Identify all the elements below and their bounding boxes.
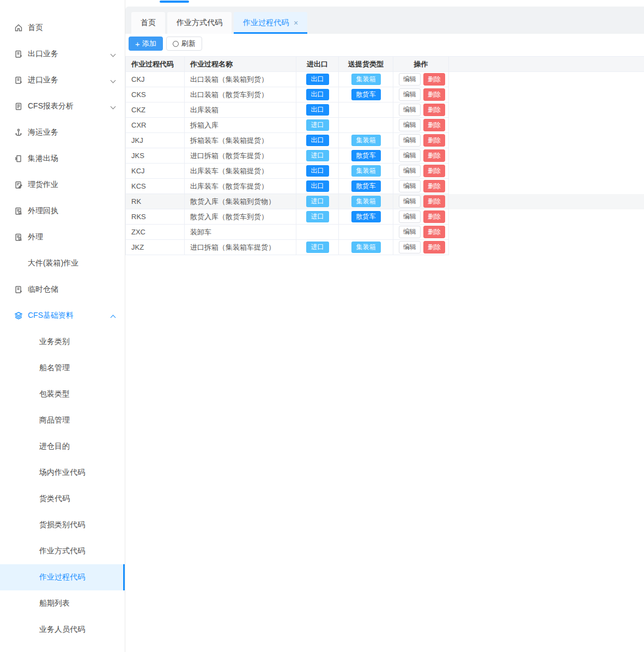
- sidebar-item-19[interactable]: 货损类别代码: [0, 512, 125, 538]
- badge: 出口: [306, 104, 329, 116]
- badge: 进口: [306, 119, 329, 131]
- clipboard-search-icon: [14, 233, 23, 242]
- edit-button[interactable]: 编辑: [399, 165, 421, 177]
- door-icon: [14, 154, 23, 164]
- cell-name: 出口装箱（集装箱到货）: [185, 72, 296, 87]
- delete-button[interactable]: 删除: [423, 104, 445, 116]
- sidebar-item-15[interactable]: 商品管理: [0, 407, 125, 433]
- cell-delivery: 集装箱: [339, 194, 393, 209]
- sidebar-item-20[interactable]: 作业方式代码: [0, 538, 125, 564]
- sidebar-item-label: 进仓目的: [39, 442, 70, 451]
- cell-code: RK: [126, 194, 185, 209]
- clipboard-icon: [14, 102, 23, 111]
- delete-button[interactable]: 删除: [423, 226, 445, 238]
- cell-delivery: 散货车: [339, 179, 393, 194]
- edit-button[interactable]: 编辑: [399, 241, 421, 253]
- sidebar-item-9[interactable]: 大件(装箱)作业: [0, 250, 125, 276]
- clipboard-plus-icon: [14, 285, 23, 294]
- sidebar-item-10[interactable]: 临时仓储: [0, 276, 125, 303]
- delete-button[interactable]: 删除: [423, 241, 445, 253]
- badge: 散货车: [351, 180, 381, 192]
- sidebar-item-label: CFS报表分析: [28, 101, 74, 111]
- tab-0[interactable]: 首页: [131, 12, 165, 34]
- table-row: JKS进口拆箱（散货车提货）进口散货车编辑删除: [126, 148, 644, 164]
- cell-code: JKZ: [126, 240, 185, 255]
- delete-button[interactable]: 删除: [423, 180, 445, 192]
- sidebar-item-2[interactable]: 进口业务: [0, 67, 125, 93]
- edit-button[interactable]: 编辑: [399, 149, 421, 161]
- sidebar-item-4[interactable]: 海运业务: [0, 119, 125, 146]
- refresh-button[interactable]: 刷新: [166, 37, 202, 51]
- add-button[interactable]: + 添加: [129, 37, 163, 51]
- tab-label: 作业方式代码: [177, 18, 222, 28]
- sidebar-item-18[interactable]: 货类代码: [0, 486, 125, 512]
- sidebar-item-label: 船期列表: [39, 599, 70, 608]
- sidebar-item-label: 作业过程代码: [39, 572, 85, 582]
- cell-actions: 编辑删除: [393, 179, 449, 194]
- delete-button[interactable]: 删除: [423, 210, 445, 222]
- table-row: JKZ进口拆箱（集装箱车提货）进口集装箱编辑删除: [126, 240, 644, 255]
- edit-button[interactable]: 编辑: [399, 226, 421, 238]
- sidebar-item-23[interactable]: 业务人员代码: [0, 617, 125, 643]
- sidebar-item-13[interactable]: 船名管理: [0, 355, 125, 381]
- edit-button[interactable]: 编辑: [399, 119, 421, 131]
- column-header-4: 操作: [393, 57, 449, 72]
- close-icon[interactable]: ×: [294, 19, 298, 27]
- column-header-2: 进出口: [296, 57, 339, 72]
- edit-button[interactable]: 编辑: [399, 104, 421, 116]
- delete-button[interactable]: 删除: [423, 73, 445, 85]
- cell-code: KCJ: [126, 164, 185, 179]
- sidebar-item-0[interactable]: 首页: [0, 15, 125, 41]
- badge: 散货车: [351, 150, 381, 161]
- chevron-down-icon: [111, 104, 116, 109]
- sidebar-item-label: 货类代码: [39, 494, 70, 504]
- delete-button[interactable]: 删除: [423, 134, 445, 146]
- sidebar-item-12[interactable]: 业务类别: [0, 329, 125, 355]
- badge: 进口: [306, 150, 329, 161]
- edit-button[interactable]: 编辑: [399, 210, 421, 222]
- edit-button[interactable]: 编辑: [399, 180, 421, 192]
- delete-button[interactable]: 删除: [423, 88, 445, 100]
- sidebar-item-22[interactable]: 船期列表: [0, 590, 125, 617]
- cell-direction: 进口: [296, 194, 339, 209]
- badge: 进口: [306, 242, 329, 253]
- sidebar-item-label: 海运业务: [28, 128, 58, 137]
- table-row: JKJ拆箱装车（集装箱提货）出口集装箱编辑删除: [126, 133, 644, 148]
- edit-button[interactable]: 编辑: [399, 73, 421, 85]
- sidebar-item-14[interactable]: 包装类型: [0, 381, 125, 407]
- cell-direction: 进口: [296, 148, 339, 164]
- sidebar-item-3[interactable]: CFS报表分析: [0, 93, 125, 119]
- badge: 进口: [306, 196, 329, 207]
- table-row: CKS出口装箱（散货车到货）出口散货车编辑删除: [126, 87, 644, 102]
- sidebar-item-17[interactable]: 场内作业代码: [0, 460, 125, 486]
- edit-button[interactable]: 编辑: [399, 88, 421, 100]
- edit-button[interactable]: 编辑: [399, 134, 421, 146]
- badge: 出口: [306, 135, 329, 146]
- delete-button[interactable]: 删除: [423, 165, 445, 177]
- delete-button[interactable]: 删除: [423, 119, 445, 131]
- sidebar-item-21[interactable]: 作业过程代码: [0, 564, 125, 590]
- sidebar-item-5[interactable]: 集港出场: [0, 146, 125, 172]
- badge: 出口: [306, 165, 329, 177]
- delete-button[interactable]: 删除: [423, 149, 445, 161]
- sidebar-item-11[interactable]: CFS基础资料: [0, 303, 125, 329]
- delete-button[interactable]: 删除: [423, 195, 445, 207]
- cell-actions: 编辑删除: [393, 87, 449, 102]
- sidebar-item-6[interactable]: 理货作业: [0, 172, 125, 198]
- cell-delivery: [339, 118, 393, 133]
- sidebar-item-1[interactable]: 出口业务: [0, 41, 125, 67]
- tab-1[interactable]: 作业方式代码: [167, 12, 232, 34]
- sidebar-item-7[interactable]: 外理回执: [0, 198, 125, 224]
- sidebar-item-label: 船名管理: [39, 363, 70, 373]
- sidebar-item-16[interactable]: 进仓目的: [0, 433, 125, 460]
- badge: 集装箱: [351, 135, 381, 146]
- edit-button[interactable]: 编辑: [399, 195, 421, 207]
- plus-icon: +: [135, 40, 140, 48]
- cell-delivery: 集装箱: [339, 72, 393, 87]
- cell-name: 出库装箱: [185, 102, 296, 118]
- cell-code: RKS: [126, 209, 185, 225]
- cell-delivery: [339, 102, 393, 118]
- table-row: RKS散货入库（散货车到货）进口散货车编辑删除: [126, 209, 644, 225]
- tab-2[interactable]: 作业过程代码×: [234, 12, 307, 34]
- sidebar-item-8[interactable]: 外理: [0, 224, 125, 250]
